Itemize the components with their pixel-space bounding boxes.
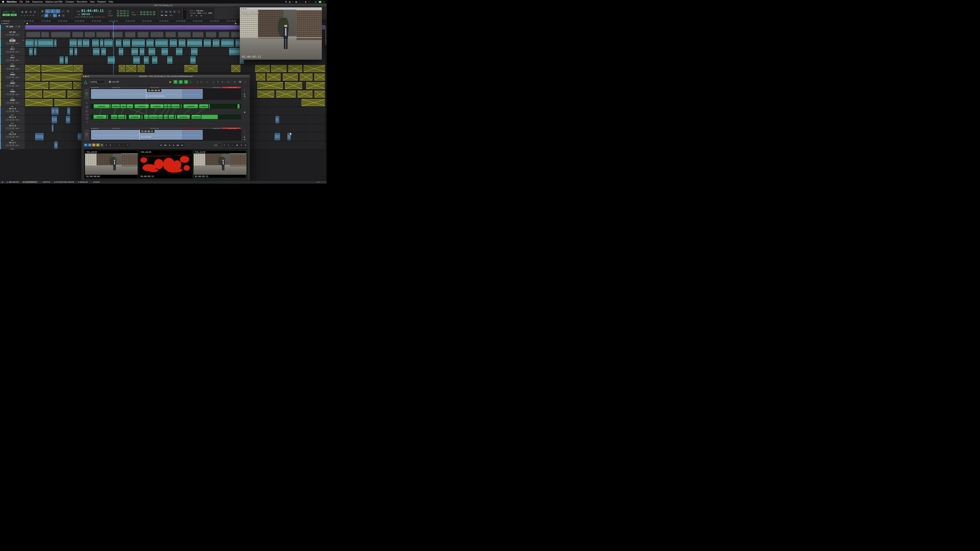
window-manager-icon[interactable]: ▤: [289, 1, 291, 3]
audio-clip[interactable]: [123, 40, 130, 46]
healed-sliver[interactable]: [110, 104, 111, 108]
track-m-button[interactable]: M: [12, 76, 14, 78]
audio-clip[interactable]: [275, 133, 280, 140]
audio-clip[interactable]: [275, 116, 279, 123]
settings-gear-icon[interactable]: ⚙: [199, 14, 203, 17]
audio-clip[interactable]: [285, 82, 302, 89]
chevron-down-icon[interactable]: ▾: [105, 11, 105, 12]
zoom-preset-5[interactable]: 5: [32, 14, 35, 17]
menu-file[interactable]: File: [19, 1, 23, 3]
sub-counter[interactable]: 368+03: [81, 13, 90, 16]
strip-prev-button[interactable]: ◀: [244, 138, 245, 140]
audio-clip[interactable]: [149, 48, 155, 55]
insertion-follows-playback-button[interactable]: ▸: [53, 14, 57, 17]
track-name[interactable]: AMB4: [9, 91, 16, 93]
partial-match-icon[interactable]: ∂: [86, 106, 88, 108]
audio-clip[interactable]: [178, 31, 191, 38]
mb-bottom-ruler[interactable]: 01:00:00:0001:02:55:1401:03:51:0401:08:4…: [91, 127, 241, 129]
audio-clip[interactable]: [108, 57, 115, 64]
conform-rows-button[interactable]: ≡→: [221, 80, 226, 84]
menu-help[interactable]: Help: [109, 1, 113, 3]
menu-view[interactable]: View: [90, 1, 95, 3]
matchbox-titlebar[interactable]: Matchbox - ToS_v11.00.mp4_fr_ToS_v23.00_…: [81, 75, 250, 78]
audio-clip[interactable]: [104, 40, 113, 46]
track-view-select[interactable]: wave: [15, 136, 19, 138]
record-enable-button[interactable]: [23, 40, 24, 41]
strength-value[interactable]: 100%: [197, 12, 201, 14]
filmstrip-icon[interactable]: ▦: [244, 111, 245, 113]
return-to-zero-button[interactable]: |◀: [164, 10, 168, 13]
audio-clip[interactable]: [52, 108, 55, 114]
healed-segment[interactable]: 11 H: [127, 104, 133, 108]
audio-clip[interactable]: [25, 65, 40, 72]
vertical-scrollbar[interactable]: [325, 25, 327, 180]
track-view-select[interactable]: wave: [15, 127, 19, 129]
audio-clip[interactable]: [156, 40, 168, 46]
track-s-button[interactable]: S: [9, 85, 11, 87]
audio-clip[interactable]: [112, 31, 123, 38]
add-match-button[interactable]: +: [179, 80, 183, 84]
cargocult-logo[interactable]: ✓: [243, 80, 247, 84]
healed-sliver[interactable]: [125, 115, 126, 119]
track-m-button[interactable]: M: [12, 144, 14, 146]
track-i-button[interactable]: I: [6, 144, 9, 146]
audio-clip[interactable]: [67, 108, 70, 114]
track-header[interactable]: FX_A_3●ISMwaveread: [0, 107, 25, 115]
track-s-button[interactable]: S: [9, 119, 11, 121]
track-name[interactable]: FX_A_6: [8, 133, 17, 135]
audio-clip[interactable]: [283, 73, 298, 81]
track-header[interactable]: FX_A_5●ISMwaveread: [0, 124, 25, 132]
diff-marker[interactable]: ◆Int: [163, 121, 166, 124]
audio-clip[interactable]: [138, 31, 148, 38]
audio-clip[interactable]: [314, 73, 326, 81]
audio-clip[interactable]: [179, 40, 185, 46]
healed-segment[interactable]: 19 HEALED: [183, 104, 198, 108]
healed-segment[interactable]: 6 HEALE: [111, 115, 118, 119]
zoomer-tool[interactable]: ⊕: [40, 10, 45, 13]
list-small-icon[interactable]: ≣: [324, 181, 325, 183]
audio-clip[interactable]: [73, 65, 83, 72]
audio-clip[interactable]: [26, 40, 33, 46]
track-name[interactable]: AMB1: [9, 65, 16, 67]
audio-clip[interactable]: [167, 57, 172, 64]
track-options-icon[interactable]: ●: [5, 144, 6, 146]
audio-clip[interactable]: [206, 31, 216, 38]
track-options-icon[interactable]: ●: [5, 102, 6, 103]
track-m-button[interactable]: M: [12, 119, 14, 121]
track-s-button[interactable]: S: [9, 102, 11, 104]
selection-fields[interactable]: Start01:04:05:11 End01:04:05:11 Length00…: [108, 9, 129, 18]
strip-prev-button[interactable]: ◀: [244, 95, 245, 97]
diff-marker[interactable]: ◆Delete For 2: [147, 121, 156, 124]
window-icon[interactable]: ▣: [2, 181, 3, 183]
diff-marker[interactable]: ◆Insert Fo: [192, 121, 199, 124]
audio-clip[interactable]: [67, 91, 83, 98]
apple-menu-icon[interactable]: [2, 1, 4, 3]
healed-segment[interactable]: 7 HEALE: [120, 104, 127, 108]
equal-match-button[interactable]: =: [184, 80, 188, 84]
range-add-button[interactable]: +: [205, 80, 209, 84]
track-name[interactable]: GT_DX: [8, 31, 16, 33]
menu-sequences[interactable]: Sequences: [32, 1, 43, 3]
video-window-titlebar[interactable]: [240, 8, 322, 10]
track-s-button[interactable]: S: [9, 68, 11, 70]
audio-clip[interactable]: [188, 40, 202, 46]
healed-segment[interactable]: 21 HEALED: [191, 115, 201, 119]
record-circle-icon[interactable]: ○: [231, 143, 235, 147]
track-name[interactable]: DX 1: [10, 40, 15, 42]
audio-match-icon[interactable]: A: [86, 110, 88, 113]
speaker-icon[interactable]: ♪: [244, 130, 245, 131]
track-view-select[interactable]: wave: [15, 76, 19, 78]
mode-shuffle[interactable]: SHUFFLE: [2, 11, 10, 13]
zoom-preset-3[interactable]: 3: [26, 14, 29, 17]
track-s-button[interactable]: S: [9, 93, 11, 95]
filter-select[interactable]: Anything⇅: [89, 80, 107, 84]
stats-icon[interactable]: ≈: [293, 1, 294, 3]
list-view-button[interactable]: ≣: [239, 143, 243, 147]
diff-marker[interactable]: ◆Delete: [116, 121, 122, 124]
track-header[interactable]: AMB2●ISMwaveread: [0, 73, 25, 81]
mb-top-ruler[interactable]: 01:00:00:0001:02:55:1401:03:51:0401:08:4…: [91, 87, 241, 89]
healed-sliver[interactable]: [209, 104, 210, 108]
track-i-button[interactable]: I: [6, 76, 9, 78]
zoom-in-button[interactable]: ⊕: [190, 14, 194, 17]
mirroring-icon[interactable]: ⌘: [285, 1, 287, 3]
